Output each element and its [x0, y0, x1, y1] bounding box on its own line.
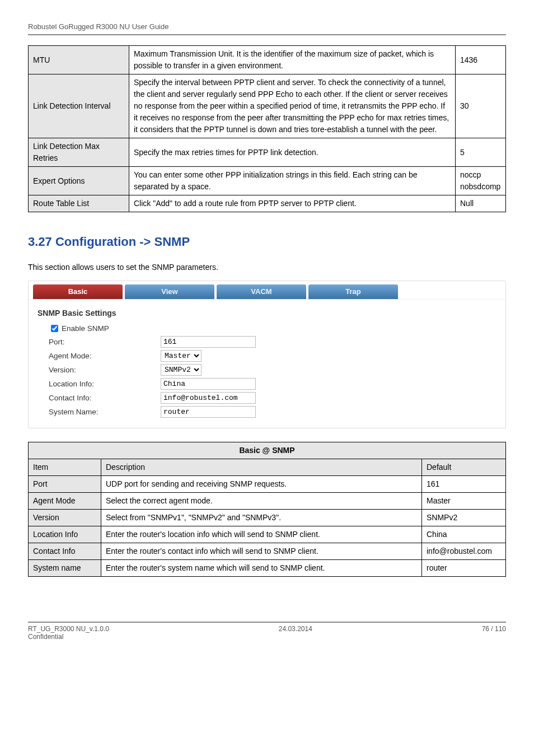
location-row: Location Info: [49, 378, 496, 390]
cell-default: 1436 [456, 46, 506, 74]
contact-input[interactable] [161, 392, 256, 404]
version-row: Version: SNMPv2 [49, 364, 496, 376]
snmp-panel: Basic View VACM Trap SNMP Basic Settings… [28, 281, 506, 428]
table-title: Basic @ SNMP [29, 442, 506, 459]
tab-view[interactable]: View [125, 284, 214, 299]
system-name-input[interactable] [161, 406, 256, 418]
table-row: Link Detection Interval Specify the inte… [29, 74, 506, 138]
cell-desc: Select from "SNMPv1", "SNMPv2" and "SNMP… [101, 510, 422, 526]
cell-item: System name [29, 560, 101, 577]
cell-default: noccp nobsdcomp [456, 167, 506, 195]
contact-label: Contact Info: [49, 394, 161, 402]
pptp-settings-table: MTU Maximum Transmission Unit. It is the… [28, 45, 506, 212]
cell-default: China [422, 526, 506, 543]
cell-desc: Enter the router's system name which wil… [101, 560, 422, 577]
cell-name: Link Detection Interval [29, 74, 129, 138]
table-header-row: Item Description Default [29, 459, 506, 476]
cell-default: SNMPv2 [422, 510, 506, 526]
footer-row: RT_UG_R3000 NU_v.1.0.0 24.03.2014 76 / 1… [28, 625, 506, 633]
tab-basic[interactable]: Basic [33, 284, 123, 299]
table-row: Version Select from "SNMPv1", "SNMPv2" a… [29, 510, 506, 526]
table-row: Link Detection Max Retries Specify the m… [29, 138, 506, 167]
cell-name: Expert Options [29, 167, 129, 195]
cell-item: Agent Mode [29, 493, 101, 510]
cell-desc: You can enter some other PPP initializat… [129, 167, 456, 195]
header-default: Default [422, 459, 506, 476]
footer-left: RT_UG_R3000 NU_v.1.0.0 [28, 625, 109, 633]
cell-default: Master [422, 493, 506, 510]
cell-desc: Maximum Transmission Unit. It is the ide… [129, 46, 456, 74]
system-name-label: System Name: [49, 408, 161, 416]
tab-vacm[interactable]: VACM [217, 284, 306, 299]
cell-desc: Specify the interval between PPTP client… [129, 74, 456, 138]
cell-desc: Enter the router's contact info which wi… [101, 543, 422, 560]
cell-default: 30 [456, 74, 506, 138]
footer-confidential: Confidential [28, 633, 506, 641]
enable-snmp-checkbox[interactable] [51, 325, 58, 332]
enable-snmp-row: Enable SNMP [49, 323, 496, 334]
cell-item: Version [29, 510, 101, 526]
cell-default: info@robustel.com [422, 543, 506, 560]
cell-default: router [422, 560, 506, 577]
contact-row: Contact Info: [49, 392, 496, 404]
agent-mode-row: Agent Mode: Master [49, 350, 496, 362]
table-row: Contact Info Enter the router's contact … [29, 543, 506, 560]
cell-default: 5 [456, 138, 506, 167]
table-title-row: Basic @ SNMP [29, 442, 506, 459]
cell-desc: Select the correct agent mode. [101, 493, 422, 510]
tab-row: Basic View VACM Trap [29, 281, 505, 299]
cell-default: 161 [422, 476, 506, 493]
cell-desc: Enter the router's location info which w… [101, 526, 422, 543]
section-intro: This section allows users to set the SNM… [28, 263, 506, 272]
header-desc: Description [101, 459, 422, 476]
version-label: Version: [49, 366, 161, 374]
cell-default: Null [456, 195, 506, 212]
footer-right: 76 / 110 [482, 625, 506, 633]
table-row: Agent Mode Select the correct agent mode… [29, 493, 506, 510]
port-input[interactable] [161, 336, 256, 348]
panel-heading: SNMP Basic Settings [38, 309, 496, 318]
system-name-row: System Name: [49, 406, 496, 418]
table-row: System name Enter the router's system na… [29, 560, 506, 577]
tab-trap[interactable]: Trap [308, 284, 398, 299]
port-row: Port: [49, 336, 496, 348]
cell-item: Contact Info [29, 543, 101, 560]
cell-item: Location Info [29, 526, 101, 543]
header-item: Item [29, 459, 101, 476]
cell-desc: Specify the max retries times for PPTP l… [129, 138, 456, 167]
cell-name: Link Detection Max Retries [29, 138, 129, 167]
cell-item: Port [29, 476, 101, 493]
port-label: Port: [49, 338, 161, 346]
table-row: MTU Maximum Transmission Unit. It is the… [29, 46, 506, 74]
page-header: Robustel GoRugged R3000 NU User Guide [28, 22, 506, 31]
section-title: 3.27 Configuration -> SNMP [28, 235, 506, 249]
location-label: Location Info: [49, 380, 161, 388]
basic-snmp-table: Basic @ SNMP Item Description Default Po… [28, 442, 506, 577]
table-row: Location Info Enter the router's locatio… [29, 526, 506, 543]
cell-name: MTU [29, 46, 129, 74]
footer-rule [28, 622, 506, 623]
footer-center: 24.03.2014 [109, 625, 482, 633]
agent-mode-label: Agent Mode: [49, 352, 161, 360]
table-row: Port UDP port for sending and receiving … [29, 476, 506, 493]
panel-body: SNMP Basic Settings Enable SNMP Port: Ag… [29, 299, 505, 428]
cell-desc: Click "Add" to add a route rule from PPT… [129, 195, 456, 212]
agent-mode-select[interactable]: Master [161, 350, 202, 362]
table-row: Expert Options You can enter some other … [29, 167, 506, 195]
location-input[interactable] [161, 378, 256, 390]
header-rule [28, 34, 506, 35]
enable-snmp-label: Enable SNMP [62, 324, 109, 333]
cell-name: Route Table List [29, 195, 129, 212]
table-row: Route Table List Click "Add" to add a ro… [29, 195, 506, 212]
cell-desc: UDP port for sending and receiving SNMP … [101, 476, 422, 493]
version-select[interactable]: SNMPv2 [161, 364, 202, 376]
